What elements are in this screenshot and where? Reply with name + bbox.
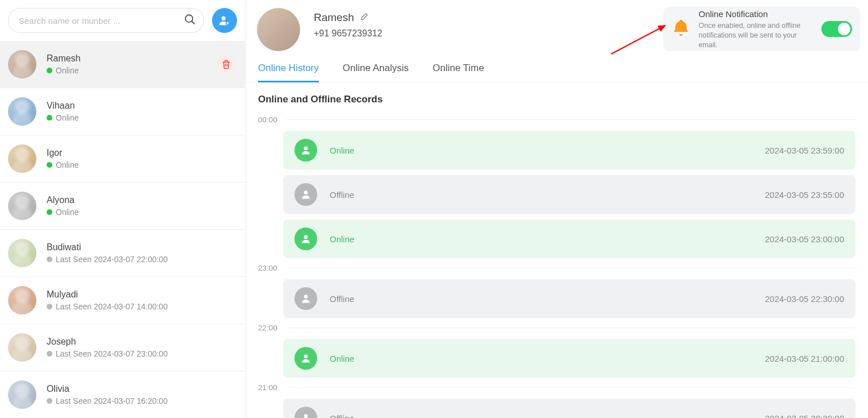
contact-status: Last Seen 2024-03-07 23:00:00 — [47, 349, 168, 358]
contact-item[interactable]: Alyona Online — [0, 183, 245, 230]
header-phone: +91 9657239312 — [314, 28, 383, 39]
notification-title: Online Notification — [699, 9, 813, 20]
contact-status: Online — [47, 160, 78, 169]
contact-name: Ramesh — [47, 53, 81, 64]
content[interactable]: Online and Offline Records 00:00 Online … — [246, 82, 868, 418]
svg-point-0 — [185, 15, 193, 22]
record-left: Offline — [294, 183, 354, 206]
time-label-row: 22:00 — [258, 324, 855, 332]
record-status: Online — [330, 354, 354, 363]
section-title: Online and Offline Records — [258, 94, 855, 105]
time-label-row: 23:00 — [258, 264, 855, 272]
avatar — [8, 192, 36, 220]
edit-name-icon[interactable] — [360, 11, 369, 24]
contact-status: Online — [47, 208, 78, 217]
contact-name: Igor — [47, 148, 78, 158]
record-timestamp: 2024-03-05 22:30:00 — [765, 294, 844, 304]
record-status: Offline — [330, 413, 354, 419]
contact-name: Budiwati — [47, 242, 168, 253]
record-row: Online 2024-03-05 21:00:00 — [283, 339, 855, 378]
status-text: Last Seen 2024-03-07 16:20:00 — [56, 396, 168, 405]
tab[interactable]: Online Analysis — [343, 63, 409, 82]
timeline: 00:00 Online 2024-03-05 23:59:00 Offline… — [258, 115, 855, 418]
contact-header: Ramesh +91 9657239312 Online Notificatio… — [246, 0, 868, 51]
contact-item[interactable]: Mulyadi Last Seen 2024-03-07 14:00:00 — [0, 277, 245, 324]
contact-status: Last Seen 2024-03-07 14:00:00 — [47, 302, 168, 311]
status-dot-icon — [47, 115, 52, 121]
record-timestamp: 2024-03-05 23:00:00 — [765, 234, 844, 244]
svg-line-1 — [192, 21, 194, 24]
svg-point-2 — [222, 16, 226, 20]
record-status: Online — [330, 234, 354, 244]
add-contact-button[interactable] — [212, 8, 237, 33]
contact-item[interactable]: Igor Online — [0, 135, 245, 183]
sidebar-topbar — [0, 0, 245, 41]
record-left: Online — [294, 347, 354, 370]
contact-meta: Ramesh Online — [47, 53, 81, 75]
contact-meta: Olivia Last Seen 2024-03-07 16:20:00 — [47, 384, 168, 405]
search-icon[interactable] — [184, 13, 196, 28]
contact-item[interactable]: Budiwati Last Seen 2024-03-07 22:00:00 — [0, 230, 245, 277]
record-status: Online — [330, 146, 354, 155]
tabs: Online HistoryOnline AnalysisOnline Time — [246, 51, 868, 82]
contact-item[interactable]: Ramesh Online — [0, 41, 245, 88]
time-block: 23:00 Offline 2024-03-05 22:30:00 — [258, 264, 855, 318]
status-text: Online — [56, 208, 78, 217]
status-dot-icon — [47, 209, 52, 215]
avatar — [8, 333, 36, 362]
record-row: Offline 2024-03-05 22:30:00 — [283, 279, 855, 318]
user-icon — [294, 227, 317, 250]
status-dot-icon — [47, 304, 52, 309]
record-left: Offline — [294, 407, 354, 418]
status-dot-icon — [47, 256, 52, 262]
contact-meta: Igor Online — [47, 148, 78, 169]
contact-status: Online — [47, 113, 78, 122]
status-text: Online — [56, 113, 78, 122]
time-label: 22:00 — [258, 324, 277, 332]
main: Ramesh +91 9657239312 Online Notificatio… — [246, 0, 868, 418]
record-timestamp: 2024-03-05 20:30:00 — [765, 413, 844, 419]
svg-point-7 — [304, 235, 308, 239]
status-dot-icon — [47, 68, 52, 73]
notification-toggle[interactable] — [821, 21, 852, 37]
contact-meta: Budiwati Last Seen 2024-03-07 22:00:00 — [47, 242, 168, 264]
time-divider — [286, 268, 855, 268]
svg-point-9 — [304, 354, 308, 358]
time-divider — [286, 387, 855, 388]
contact-item[interactable]: Joseph Last Seen 2024-03-07 23:00:00 — [0, 324, 245, 371]
record-timestamp: 2024-03-05 21:00:00 — [765, 354, 844, 363]
contact-name: Mulyadi — [47, 289, 168, 300]
contact-item[interactable]: Olivia Last Seen 2024-03-07 16:20:00 — [0, 371, 245, 418]
search-wrap — [8, 8, 204, 33]
user-icon — [294, 287, 317, 310]
header-name: Ramesh — [314, 11, 354, 24]
time-divider — [286, 119, 855, 120]
record-row: Online 2024-03-05 23:00:00 — [283, 220, 855, 258]
svg-point-8 — [304, 295, 308, 299]
record-timestamp: 2024-03-05 23:59:00 — [765, 146, 844, 155]
time-label-row: 00:00 — [258, 115, 855, 124]
delete-contact-button[interactable] — [218, 56, 235, 73]
time-label-row: 21:00 — [258, 383, 855, 392]
header-info: Ramesh +91 9657239312 — [314, 8, 383, 39]
avatar — [8, 239, 36, 267]
tab[interactable]: Online History — [258, 63, 319, 82]
contact-status: Last Seen 2024-03-07 16:20:00 — [47, 396, 168, 405]
record-timestamp: 2024-03-05 23:55:00 — [765, 190, 844, 200]
search-input[interactable] — [8, 8, 204, 33]
contact-name: Alyona — [47, 195, 78, 205]
contact-name: Olivia — [47, 384, 168, 394]
time-label: 21:00 — [258, 383, 277, 392]
contact-item[interactable]: Vihaan Online — [0, 88, 245, 135]
status-text: Last Seen 2024-03-07 22:00:00 — [56, 255, 168, 264]
contact-status: Online — [47, 66, 81, 75]
status-text: Online — [56, 160, 78, 169]
status-dot-icon — [47, 162, 52, 168]
tab[interactable]: Online Time — [433, 63, 484, 82]
sidebar: Ramesh Online Vihaan Online Igor Online — [0, 0, 246, 418]
status-dot-icon — [47, 398, 52, 404]
contact-list[interactable]: Ramesh Online Vihaan Online Igor Online — [0, 41, 245, 418]
time-block: 00:00 Online 2024-03-05 23:59:00 Offline… — [258, 115, 855, 258]
user-icon — [294, 139, 317, 162]
record-left: Offline — [294, 287, 354, 310]
